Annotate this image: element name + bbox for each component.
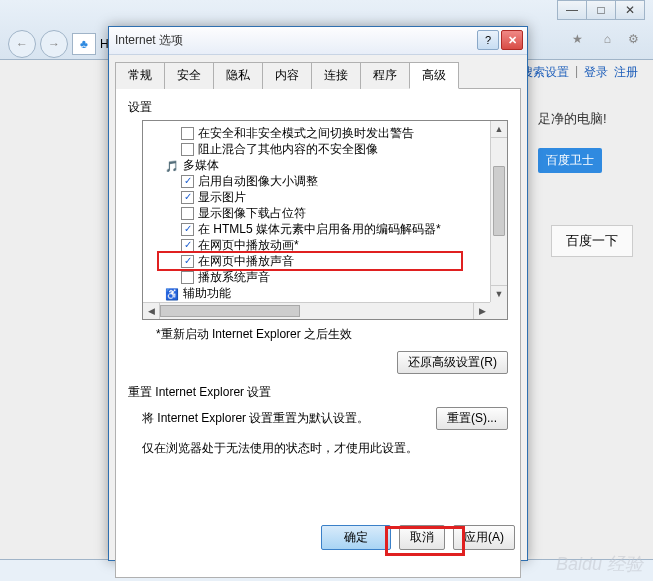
scroll-thumb-v[interactable] (493, 166, 505, 236)
tree-item-label: 在网页中播放动画* (198, 237, 299, 253)
scrollbar-horizontal[interactable]: ◀ ▶ (143, 302, 490, 319)
side-promo: 足净的电脑! 百度卫士 (538, 110, 638, 173)
tab-panel: 设置 在安全和非安全模式之间切换时发出警告阻止混合了其他内容的不安全图像🎵多媒体… (115, 88, 521, 578)
minimize-button[interactable]: — (557, 0, 587, 20)
top-links: 搜索设置 | 登录 注册 (521, 64, 638, 81)
tab-general[interactable]: 常规 (115, 62, 165, 89)
link-search-settings[interactable]: 搜索设置 (521, 64, 569, 81)
tab-programs[interactable]: 程序 (360, 62, 410, 89)
tab-content[interactable]: 内容 (262, 62, 312, 89)
cancel-button[interactable]: 取消 (399, 525, 445, 550)
gear-icon[interactable]: ⚙ (628, 32, 639, 46)
close-button[interactable]: ✕ (501, 30, 523, 50)
scroll-corner (490, 302, 507, 319)
tab-advanced[interactable]: 高级 (409, 62, 459, 89)
link-login[interactable]: 登录 (584, 64, 608, 81)
tree-item-label: 多媒体 (183, 157, 219, 173)
separator: | (575, 64, 578, 81)
accessibility-icon: ♿ (165, 286, 179, 300)
tree-item: 在网页中播放声音 (145, 253, 505, 269)
tree-item-label: 启用自动图像大小调整 (198, 173, 318, 189)
restore-advanced-button[interactable]: 还原高级设置(R) (397, 351, 508, 374)
scroll-down-icon[interactable]: ▼ (491, 285, 507, 302)
back-button[interactable]: ← (8, 30, 36, 58)
link-register[interactable]: 注册 (614, 64, 638, 81)
forward-button[interactable]: → (40, 30, 68, 58)
checkbox[interactable] (181, 223, 194, 236)
tab-security[interactable]: 安全 (164, 62, 214, 89)
promo-text: 足净的电脑! (538, 110, 638, 128)
tab-connections[interactable]: 连接 (311, 62, 361, 89)
help-button[interactable]: ? (477, 30, 499, 50)
media-icon: 🎵 (165, 158, 179, 172)
tree-item-label: 在 HTML5 媒体元素中启用备用的编码解码器* (198, 221, 441, 237)
scroll-thumb-h[interactable] (160, 305, 300, 317)
window-close-button[interactable]: ✕ (615, 0, 645, 20)
dialog-titlebar[interactable]: Internet 选项 ? ✕ (109, 27, 527, 55)
tree-item-label: 显示图片 (198, 189, 246, 205)
checkbox[interactable] (181, 239, 194, 252)
checkbox[interactable] (181, 191, 194, 204)
ok-button[interactable]: 确定 (321, 525, 391, 550)
settings-tree: 在安全和非安全模式之间切换时发出警告阻止混合了其他内容的不安全图像🎵多媒体启用自… (142, 120, 508, 320)
search-button[interactable]: 百度一下 (551, 225, 633, 257)
tree-item-label: 辅助功能 (183, 285, 231, 301)
checkbox[interactable] (181, 271, 194, 284)
scroll-left-icon[interactable]: ◀ (143, 303, 160, 319)
restart-note: *重新启动 Internet Explorer 之后生效 (156, 326, 508, 343)
checkbox[interactable] (181, 207, 194, 220)
tree-item: 阻止混合了其他内容的不安全图像 (145, 141, 505, 157)
tree-item: 在网页中播放动画* (145, 237, 505, 253)
checkbox[interactable] (181, 143, 194, 156)
checkbox[interactable] (181, 255, 194, 268)
reset-description: 将 Internet Explorer 设置重置为默认设置。 (142, 410, 426, 427)
settings-label: 设置 (128, 99, 508, 116)
tree-group: ♿辅助功能 (145, 285, 505, 301)
tree-item: 显示图片 (145, 189, 505, 205)
internet-options-dialog: Internet 选项 ? ✕ 常规 安全 隐私 内容 连接 程序 高级 设置 … (108, 26, 528, 561)
reset-section: 重置 Internet Explorer 设置 将 Internet Explo… (128, 384, 508, 457)
tree-item: 在 HTML5 媒体元素中启用备用的编码解码器* (145, 221, 505, 237)
reset-button[interactable]: 重置(S)... (436, 407, 508, 430)
tree-item: 显示图像下载占位符 (145, 205, 505, 221)
address-prefix: ♣ (72, 33, 96, 55)
tree-item: 启用自动图像大小调整 (145, 173, 505, 189)
scroll-right-icon[interactable]: ▶ (473, 303, 490, 319)
home-icon[interactable]: ⌂ (604, 32, 611, 46)
tree-group: 🎵多媒体 (145, 157, 505, 173)
dialog-buttons: 确定 取消 应用(A) (321, 525, 515, 550)
promo-badge[interactable]: 百度卫士 (538, 148, 602, 173)
reset-note: 仅在浏览器处于无法使用的状态时，才使用此设置。 (142, 440, 508, 457)
tree-item-label: 阻止混合了其他内容的不安全图像 (198, 141, 378, 157)
tab-privacy[interactable]: 隐私 (213, 62, 263, 89)
tabs: 常规 安全 隐私 内容 连接 程序 高级 (115, 62, 521, 89)
tree-item: 播放系统声音 (145, 269, 505, 285)
tree-item-label: 在网页中播放声音 (198, 253, 294, 269)
maximize-button[interactable]: □ (586, 0, 616, 20)
tree-item-label: 在安全和非安全模式之间切换时发出警告 (198, 125, 414, 141)
tree-item-label: 显示图像下载占位符 (198, 205, 306, 221)
tree-item: 在安全和非安全模式之间切换时发出警告 (145, 125, 505, 141)
window-controls: — □ ✕ (558, 0, 645, 20)
apply-button[interactable]: 应用(A) (453, 525, 515, 550)
watermark: Baidu 经验 (556, 552, 643, 576)
favorites-icon[interactable]: ★ (572, 32, 583, 46)
checkbox[interactable] (181, 175, 194, 188)
checkbox[interactable] (181, 127, 194, 140)
reset-header: 重置 Internet Explorer 设置 (128, 384, 508, 401)
dialog-title: Internet 选项 (115, 32, 183, 49)
scroll-up-icon[interactable]: ▲ (491, 121, 507, 138)
tree-item-label: 播放系统声音 (198, 269, 270, 285)
scrollbar-vertical[interactable]: ▲ ▼ (490, 121, 507, 302)
paw-icon: ♣ (80, 37, 88, 51)
